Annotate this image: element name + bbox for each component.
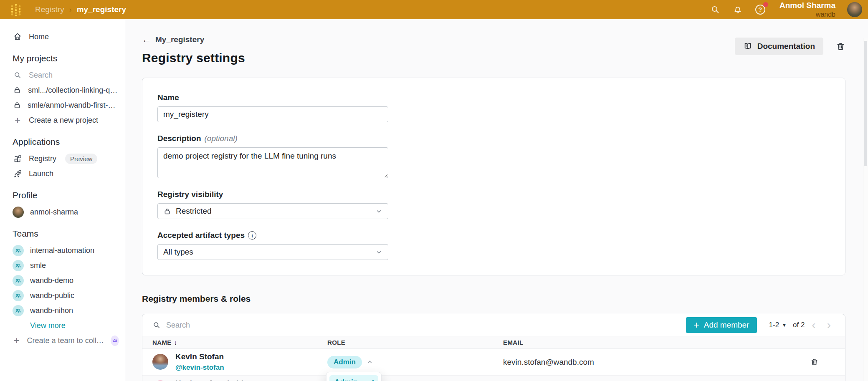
project-name: sml.../collection-linking-quic... — [28, 86, 119, 95]
plus-icon: + — [13, 335, 21, 346]
sidebar-item-create-team[interactable]: + Create a team to collaborate — [0, 333, 125, 348]
lock-icon — [13, 86, 22, 94]
preview-badge: Preview — [65, 154, 97, 164]
visibility-select[interactable]: Restricted — [157, 203, 388, 219]
sidebar-item-profile[interactable]: anmol-sharma — [0, 204, 125, 220]
user-org: wandb — [779, 11, 835, 18]
registry-settings-card: Name Description (optional) demo project… — [142, 78, 845, 275]
registry-label: Registry — [29, 154, 56, 163]
create-team-label: Create a team to collaborate — [27, 336, 104, 345]
chevron-down-icon — [375, 249, 382, 256]
table-header-row: NAME ↓ ROLE EMAIL — [142, 336, 845, 349]
search-icon[interactable] — [709, 4, 721, 15]
team-name: smle — [30, 261, 46, 270]
description-optional-hint: (optional) — [205, 134, 238, 143]
avatar — [152, 354, 168, 370]
registry-grid-icon — [13, 154, 23, 163]
sidebar-heading-my-projects: My projects — [0, 53, 125, 63]
breadcrumb-current: my_registery — [77, 5, 126, 14]
role-pill[interactable]: Admin — [327, 356, 362, 368]
project-search-input[interactable] — [29, 71, 96, 80]
remove-member-trash-icon[interactable] — [810, 358, 819, 366]
column-header-email[interactable]: EMAIL — [503, 339, 810, 346]
vertical-scrollbar[interactable] — [863, 38, 868, 381]
previous-page-icon[interactable]: ‹ — [807, 319, 820, 331]
profile-username: anmol-sharma — [30, 208, 78, 217]
table-row: Hesham Assabahi @hesham-assabahi hesham.… — [142, 375, 845, 381]
pagination-total: of 2 — [793, 321, 805, 329]
documentation-button[interactable]: Documentation — [735, 38, 823, 55]
scrollbar-thumb[interactable] — [864, 41, 867, 166]
artifact-types-select[interactable]: All types — [157, 244, 388, 260]
add-member-label: Add member — [704, 320, 749, 330]
project-name: smle/anmol-wandb-first-project — [28, 101, 119, 110]
create-project-label: Create a new project — [29, 116, 98, 125]
column-header-name[interactable]: NAME ↓ — [152, 339, 327, 346]
sidebar-item-registry[interactable]: Registry Preview — [0, 151, 125, 166]
sidebar-item-project[interactable]: sml.../collection-linking-quic... — [0, 83, 125, 98]
back-arrow-icon: ← — [142, 34, 151, 45]
team-name: internal-automation — [30, 246, 94, 255]
team-name: wandb-demo — [30, 276, 73, 285]
user-name: Anmol Sharma — [779, 1, 835, 10]
sort-descending-icon: ↓ — [174, 339, 177, 346]
sidebar-heading-profile: Profile — [0, 190, 125, 200]
add-member-button[interactable]: + Add member — [686, 317, 757, 333]
description-textarea[interactable]: demo project registry for the LLM fine t… — [157, 147, 388, 178]
caret-down-icon[interactable]: ▼ — [782, 323, 787, 328]
member-handle[interactable]: @kevin-stofan — [175, 363, 224, 372]
sidebar-item-project[interactable]: smle/anmol-wandb-first-project — [0, 98, 125, 113]
sidebar-item-launch[interactable]: Launch — [0, 166, 125, 181]
info-icon[interactable]: i — [248, 231, 256, 240]
sidebar-project-search[interactable] — [0, 68, 125, 83]
sidebar-item-label: Home — [29, 33, 49, 41]
next-page-icon[interactable]: › — [823, 319, 835, 331]
team-name: wandb-nihon — [30, 306, 73, 315]
crown-icon — [111, 336, 119, 346]
view-more-link[interactable]: View more — [0, 318, 125, 333]
name-input[interactable] — [157, 106, 388, 122]
member-name: Hesham Assabahi — [175, 379, 243, 381]
lock-icon — [13, 101, 21, 109]
member-search-input[interactable] — [166, 321, 681, 330]
plus-icon: + — [693, 320, 699, 330]
pagination: 1-2 ▼ of 2 ‹ › — [769, 319, 835, 331]
sidebar-item-team[interactable]: smle — [0, 258, 125, 273]
user-menu[interactable]: Anmol Sharma wandb — [779, 1, 835, 18]
back-link[interactable]: ← My_registery — [142, 34, 245, 45]
sidebar-item-team[interactable]: wandb-nihon — [0, 303, 125, 318]
column-header-role[interactable]: ROLE — [327, 339, 503, 346]
page-title: Registry settings — [142, 51, 245, 65]
avatar[interactable] — [847, 2, 862, 17]
wandb-logo-icon[interactable] — [10, 3, 22, 16]
breadcrumb: Registry › my_registery — [35, 5, 126, 14]
main-content: ← My_registery Registry settings Documen… — [125, 19, 868, 381]
sidebar-item-team[interactable]: wandb-public — [0, 288, 125, 303]
chevron-up-icon[interactable] — [366, 358, 373, 366]
rocket-icon — [13, 169, 23, 178]
launch-label: Launch — [29, 169, 53, 178]
team-icon — [13, 290, 24, 301]
help-icon[interactable]: ? — [754, 4, 766, 15]
documentation-label: Documentation — [757, 42, 815, 51]
notification-dot — [763, 2, 768, 7]
member-email: kevin.stofan@wandb.com — [503, 358, 810, 367]
sidebar-item-home[interactable]: Home — [0, 29, 125, 44]
sidebar-item-create-project[interactable]: + Create a new project — [0, 113, 125, 128]
lock-icon — [163, 207, 171, 215]
member-name: Kevin Stofan — [175, 352, 224, 362]
notifications-bell-icon[interactable] — [732, 4, 744, 15]
name-label: Name — [157, 93, 830, 102]
delete-registry-trash-icon[interactable] — [836, 42, 845, 51]
pagination-range[interactable]: 1-2 — [769, 321, 779, 329]
members-section-heading: Registry members & roles — [142, 294, 845, 304]
role-option-admin[interactable]: Admin ✓ — [329, 375, 378, 381]
sidebar-item-team[interactable]: internal-automation — [0, 243, 125, 258]
home-icon — [13, 32, 23, 41]
breadcrumb-divider: › — [69, 5, 72, 14]
sidebar-item-team[interactable]: wandb-demo — [0, 273, 125, 288]
check-icon: ✓ — [368, 378, 375, 381]
sidebar-heading-teams: Teams — [0, 229, 125, 239]
breadcrumb-registry[interactable]: Registry — [35, 5, 64, 14]
table-row: Kevin Stofan @kevin-stofan Admin kevin.s… — [142, 349, 845, 375]
